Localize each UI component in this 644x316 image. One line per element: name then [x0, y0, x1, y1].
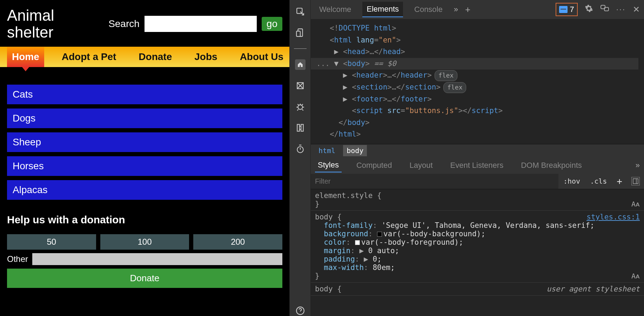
source-link[interactable]: styles.css:1: [586, 213, 640, 221]
donation-other-row: Other: [7, 253, 282, 265]
element-style-rule[interactable]: element.style { } Aᴀ: [311, 189, 644, 211]
network-conditions-icon[interactable]: [295, 123, 306, 133]
tab-welcome[interactable]: Welcome: [315, 2, 355, 17]
body-rule[interactable]: styles.css:1 body { font-family: 'Segoe …: [311, 211, 644, 283]
user-agent-rule[interactable]: user agent stylesheet body {: [311, 283, 644, 296]
animal-sheep[interactable]: Sheep: [7, 132, 282, 152]
search-label: Search: [108, 18, 140, 29]
breadcrumb: html body: [311, 144, 644, 157]
cls-toggle[interactable]: .cls: [585, 177, 612, 185]
font-editor-icon[interactable]: Aᴀ: [631, 272, 640, 280]
donation-amount-100[interactable]: 100: [100, 234, 189, 250]
svg-rect-11: [633, 179, 638, 184]
devtools-tabs: Welcome Elements Console » + 7 ··· ✕: [311, 0, 644, 19]
animal-dogs[interactable]: Dogs: [7, 108, 282, 128]
styles-filter-row: :hov .cls +: [311, 174, 644, 189]
issues-badge[interactable]: 7: [556, 3, 577, 16]
svg-point-4: [298, 105, 302, 110]
3d-view-icon[interactable]: [295, 80, 306, 91]
tab-styles[interactable]: Styles: [315, 158, 342, 172]
toggle-computed-sidebar-icon[interactable]: [631, 177, 640, 185]
donation-amount-50[interactable]: 50: [7, 234, 96, 250]
dom-selected-marker: == $0: [370, 59, 396, 68]
styles-filter-input[interactable]: [311, 174, 558, 189]
site-brand: Animal shelter: [7, 7, 77, 41]
close-devtools-icon[interactable]: ✕: [633, 5, 640, 14]
devtools-main: Welcome Elements Console » + 7 ··· ✕: [311, 0, 644, 316]
svg-rect-5: [297, 124, 300, 131]
donation-amounts: 50 100 200: [7, 234, 282, 250]
home-icon[interactable]: [295, 59, 306, 70]
tab-dom-breakpoints[interactable]: DOM Breakpoints: [518, 159, 585, 172]
tab-event-listeners[interactable]: Event Listeners: [448, 159, 507, 172]
nav-jobs[interactable]: Jobs: [189, 47, 222, 67]
page-header: Animal shelter Search go: [0, 0, 289, 45]
activity-separator: [294, 48, 307, 49]
donate-button[interactable]: Donate: [7, 269, 282, 288]
css-rules[interactable]: element.style { } Aᴀ styles.css:1 body {…: [311, 189, 644, 316]
tab-layout[interactable]: Layout: [407, 159, 435, 172]
crumb-body[interactable]: body: [343, 145, 367, 156]
donation-other-label: Other: [7, 254, 28, 264]
flex-badge[interactable]: flex: [435, 70, 457, 81]
settings-icon[interactable]: [585, 4, 593, 15]
nav-adopt[interactable]: Adopt a Pet: [57, 47, 121, 67]
animal-cats[interactable]: Cats: [7, 85, 282, 104]
main-nav: Home Adopt a Pet Donate Jobs About Us: [0, 47, 289, 67]
devtools: Welcome Elements Console » + 7 ··· ✕: [289, 0, 644, 316]
nav-donate[interactable]: Donate: [134, 47, 177, 67]
tab-elements[interactable]: Elements: [362, 2, 403, 17]
svg-point-7: [297, 147, 303, 153]
tab-computed[interactable]: Computed: [354, 159, 395, 172]
new-tab-icon[interactable]: +: [465, 4, 470, 15]
donation-title: Help us with a donation: [7, 214, 282, 226]
tab-console[interactable]: Console: [410, 2, 447, 17]
more-tabs-icon[interactable]: »: [454, 5, 458, 14]
animal-list: Cats Dogs Sheep Horses Alpacas: [0, 67, 289, 203]
hov-toggle[interactable]: :hov: [558, 177, 585, 185]
svg-rect-2: [296, 31, 300, 37]
crumb-html[interactable]: html: [315, 145, 339, 156]
donation-other-input[interactable]: [32, 253, 282, 265]
more-styles-tabs-icon[interactable]: »: [636, 161, 640, 170]
svg-rect-6: [301, 124, 303, 131]
rendered-page: Animal shelter Search go Home Adopt a Pe…: [0, 0, 289, 316]
font-editor-icon[interactable]: Aᴀ: [631, 200, 640, 208]
more-options-icon[interactable]: ···: [616, 5, 626, 14]
donation-amount-200[interactable]: 200: [193, 234, 282, 250]
search-go-button[interactable]: go: [262, 17, 282, 31]
animal-alpacas[interactable]: Alpacas: [7, 180, 282, 200]
issues-count: 7: [570, 5, 574, 14]
stopwatch-icon[interactable]: [295, 144, 306, 154]
search-area: Search go: [108, 16, 282, 32]
uas-label: user agent stylesheet: [546, 285, 640, 293]
activity-bar: [290, 0, 311, 316]
flex-badge[interactable]: flex: [443, 82, 466, 93]
nav-about[interactable]: About Us: [235, 47, 288, 67]
dom-tree[interactable]: <!DOCTYPE html> <html lang="en"> ▶ <head…: [311, 19, 644, 144]
search-input[interactable]: [145, 16, 257, 32]
new-style-rule-button[interactable]: +: [612, 176, 627, 186]
nav-home[interactable]: Home: [7, 47, 44, 67]
styles-tabs: Styles Computed Layout Event Listeners D…: [311, 157, 644, 174]
donation-section: Help us with a donation 50 100 200 Other…: [0, 203, 289, 288]
dom-ellipsis: ...: [316, 59, 330, 68]
feedback-icon[interactable]: [600, 4, 609, 15]
help-icon[interactable]: [295, 305, 306, 316]
issues-icon: [559, 6, 568, 13]
inspect-icon[interactable]: [295, 6, 306, 17]
bug-icon[interactable]: [295, 101, 306, 112]
animal-horses[interactable]: Horses: [7, 156, 282, 176]
device-icon[interactable]: [295, 27, 306, 38]
